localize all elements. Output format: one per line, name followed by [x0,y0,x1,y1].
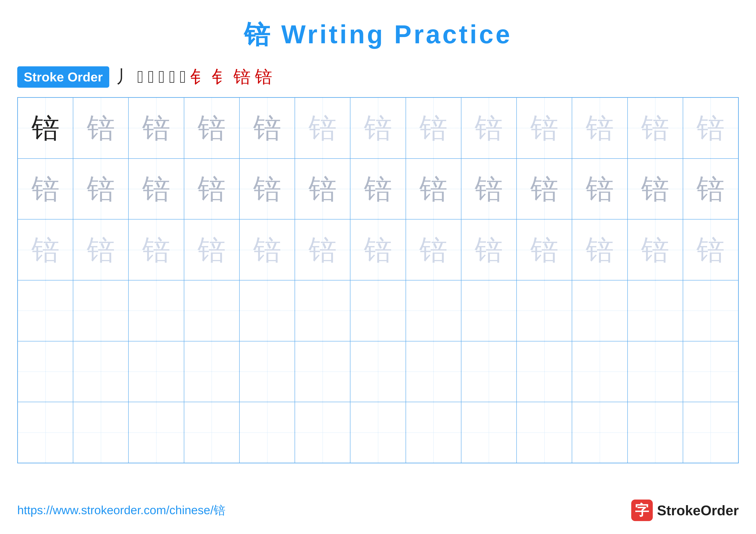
practice-character: 锫 [198,114,226,142]
logo-icon: 字 [631,499,653,521]
stroke-6: 𠃍 [180,67,186,87]
practice-character: 锫 [419,236,447,264]
table-row: 锫 [184,159,239,219]
stroke-7: 钅 [190,65,207,89]
practice-character: 锫 [586,175,614,203]
table-row [128,402,184,463]
practice-character: 锫 [364,175,392,203]
table-row [517,402,572,463]
table-row: 锫 [239,98,295,159]
practice-character: 锫 [696,114,724,142]
table-row [572,280,627,341]
practice-character: 锫 [641,114,669,142]
table-row: 锫 [128,159,184,219]
practice-character: 锫 [641,175,669,203]
table-row [18,341,73,402]
table-row: 锫 [350,159,406,219]
table-row [628,280,683,341]
stroke-1: 丿 [116,65,133,89]
table-row: 锫 [239,219,295,280]
footer-logo: 字 StrokeOrder [631,499,739,521]
stroke-5: 𠃌 [169,67,175,87]
table-row [18,402,73,463]
practice-character: 锫 [142,114,170,142]
practice-character: 锫 [696,175,724,203]
practice-character: 锫 [142,236,170,264]
table-row [628,402,683,463]
practice-character: 锫 [87,114,115,142]
practice-character: 锫 [198,175,226,203]
table-row [350,341,406,402]
practice-character: 锫 [198,236,226,264]
table-row: 锫 [406,159,461,219]
practice-character: 锫 [475,114,503,142]
stroke-sequence: 丿 𠂇 𠃊 𠃋 𠃌 𠃍 钅 钅 锫 锫 [116,65,272,89]
practice-character: 锫 [253,175,281,203]
practice-character: 锫 [142,175,170,203]
table-row: 锫 [628,219,683,280]
brand-name: StrokeOrder [657,502,739,519]
table-row: 锫 [350,98,406,159]
table-row: 锫 [572,98,627,159]
table-row [683,341,738,402]
stroke-10: 锫 [255,65,272,89]
stroke-order-badge: Stroke Order [17,66,109,88]
practice-character: 锫 [32,175,60,203]
table-row [517,280,572,341]
table-row: 锫 [18,98,73,159]
table-row: 锫 [295,98,350,159]
practice-character: 锫 [419,114,447,142]
table-row [73,402,128,463]
table-row: 锫 [350,219,406,280]
table-row [572,402,627,463]
table-row [295,280,350,341]
practice-character: 锫 [586,236,614,264]
table-row: 锫 [73,219,128,280]
table-row [406,341,461,402]
table-row: 锫 [18,219,73,280]
practice-character: 锫 [364,114,392,142]
table-row: 锫 [128,219,184,280]
practice-character: 锫 [530,236,558,264]
practice-character: 锫 [32,236,60,264]
table-row: 锫 [295,219,350,280]
practice-character: 锫 [586,114,614,142]
table-row [295,341,350,402]
practice-character: 锫 [253,114,281,142]
table-row: 锫 [73,98,128,159]
page-title: 锫 Writing Practice [0,17,756,52]
table-row: 锫 [683,98,738,159]
table-row [350,280,406,341]
table-row [572,341,627,402]
table-row: 锫 [73,159,128,219]
table-row: 锫 [683,159,738,219]
table-row [184,402,239,463]
practice-character: 锫 [530,175,558,203]
practice-character: 锫 [419,175,447,203]
stroke-3: 𠃊 [148,67,154,87]
table-row [184,341,239,402]
practice-character: 锫 [475,175,503,203]
table-row: 锫 [128,98,184,159]
stroke-order-row: Stroke Order 丿 𠂇 𠃊 𠃋 𠃌 𠃍 钅 钅 锫 锫 [17,65,739,89]
table-row [683,280,738,341]
table-row [239,280,295,341]
table-row: 锫 [461,98,517,159]
table-row: 锫 [628,98,683,159]
table-row [406,280,461,341]
table-row [184,280,239,341]
practice-character: 锫 [87,175,115,203]
practice-character: 锫 [530,114,558,142]
table-row [239,341,295,402]
practice-character: 锫 [309,236,337,264]
practice-character: 锫 [475,236,503,264]
table-row [239,402,295,463]
table-row [73,280,128,341]
stroke-4: 𠃋 [158,67,165,87]
table-row: 锫 [517,98,572,159]
table-row [628,341,683,402]
table-row [517,341,572,402]
stroke-8: 钅 [212,65,229,89]
practice-character: 锫 [309,114,337,142]
table-row [128,280,184,341]
